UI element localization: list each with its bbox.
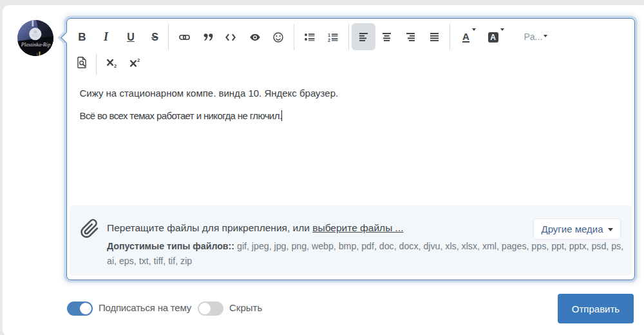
svg-text:2: 2: [137, 57, 140, 63]
svg-text:Plastinka-Rip: Plastinka-Rip: [21, 42, 51, 48]
svg-text:2: 2: [114, 63, 117, 69]
svg-text:1: 1: [328, 33, 330, 37]
svg-text:2: 2: [328, 37, 330, 42]
